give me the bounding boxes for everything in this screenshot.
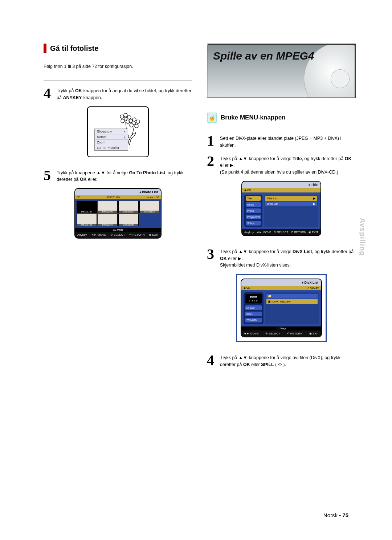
left-column: Gå til fotoliste Følg trinn 1 til 3 på s…	[44, 44, 192, 373]
step-number: 4	[44, 86, 53, 101]
sidebar-item-setup[interactable]: Setup	[246, 221, 261, 226]
step-number: 5	[44, 168, 53, 183]
hint-exit: ◉ EXIT	[149, 233, 159, 236]
step-text: Trykk på knappene ▲▼ for å velge Go To P…	[57, 168, 192, 183]
photo-list-osd: Photo List CD DSC01189 Index: 1/10 DSC01…	[74, 188, 162, 239]
sidebar-item-music[interactable]: Music	[246, 202, 261, 207]
info-mpeg4: MPEG4	[245, 305, 262, 310]
osd-source: CD	[77, 196, 80, 199]
step-number: 3	[207, 247, 216, 261]
context-menu: Slideshow Rotate Zoom Go To Photolist	[94, 129, 128, 151]
menu-item-zoom[interactable]: Zoom	[95, 140, 128, 145]
photo-thumb[interactable]: DSC01195	[118, 214, 139, 226]
hint-move: ◄► MOVE	[244, 332, 259, 335]
photo-thumb-empty	[139, 214, 160, 226]
page-indicator: 1/2 Page	[75, 228, 161, 232]
title-osd: Title ◉ CD TitleMusicPhotoProgrammeSetup…	[241, 181, 321, 236]
hint-select: ⊙ SELECT	[274, 231, 288, 234]
sub-heading: Bruke MENU-knappen	[221, 114, 286, 121]
svg-point-8	[136, 120, 140, 123]
osd-title: Title	[242, 182, 320, 188]
hint-return: ↶ RETURN	[287, 332, 303, 335]
section-heading: Gå til fotoliste	[50, 44, 98, 53]
section-bar	[44, 44, 46, 53]
osd-title: Photo List	[75, 189, 161, 195]
menu-row-divx-list[interactable]: DivX List▶	[265, 202, 317, 206]
step-number: 4	[207, 353, 216, 368]
hint-move: ◄► MOVE	[256, 231, 271, 234]
feature-title: Spille av en MPEG4	[213, 50, 314, 62]
step-text: Trykk på OK-knappen for å angi at du vil…	[57, 86, 192, 101]
menu-item-goto-photolist[interactable]: Go To Photolist	[95, 145, 128, 150]
step-text: Trykk på ▲▼-knappene for å velge DivX Li…	[220, 247, 356, 269]
info-time: 01:01	[245, 312, 262, 316]
step-number: 2	[207, 154, 216, 169]
right-column: Spille av en MPEG4 ☝ Bruke MENU-knappen …	[207, 44, 356, 373]
svg-point-1	[124, 113, 127, 117]
hint-exit: ◉ EXIT	[309, 231, 318, 234]
photo-thumb[interactable]: DSC01192	[139, 201, 160, 213]
page-footer: Norsk - 75	[323, 512, 348, 518]
hint-select: ⊙ SELECT	[265, 332, 280, 335]
hand-icon: ☝	[207, 113, 217, 123]
menu-row-title-list[interactable]: Title List▶	[265, 196, 317, 201]
step-number: 1	[207, 134, 216, 148]
page-indicator: 1/1 Page	[241, 326, 321, 330]
step-text: Trykk på ▲▼-knappene for å velge avi-fil…	[220, 353, 356, 368]
svg-point-9	[135, 124, 138, 128]
photo-thumb[interactable]: DSC01190	[98, 201, 118, 213]
svg-point-5	[120, 115, 124, 118]
photo-thumb[interactable]: DSC01191	[118, 201, 139, 213]
hint-return: ↶ RETURN	[291, 231, 306, 234]
side-tab: Avspilling	[358, 218, 367, 256]
svg-point-0	[124, 117, 127, 120]
svg-point-6	[133, 122, 136, 125]
sidebar-item-photo[interactable]: Photo	[246, 208, 261, 213]
osd-title: DivX List	[241, 279, 321, 286]
photo-thumb[interactable]: DSC01194	[98, 214, 118, 226]
file-item[interactable]: ▣ [DivX] ABC.avi	[266, 299, 318, 304]
menu-item-rotate[interactable]: Rotate	[95, 134, 128, 140]
divx-logo: DIVXVIDEO	[245, 294, 262, 304]
folder-up[interactable]: 📁 ..	[266, 294, 318, 299]
svg-point-2	[127, 115, 131, 119]
sidebar-item-title[interactable]: Title	[246, 196, 261, 201]
hint-exit: ◉ EXIT	[309, 332, 319, 335]
hint-anykey: Anykey	[244, 231, 254, 234]
rule	[44, 80, 192, 81]
hint-move: ◄► MOVE	[91, 233, 106, 236]
preview-image-box: Slideshow Rotate Zoom Go To Photolist	[87, 106, 149, 157]
svg-point-10	[130, 123, 133, 127]
divx-list-frame: DivX List ◉ CD △ ABC.avi DIVXVIDEO MPEG4…	[236, 274, 327, 342]
feature-banner: Spille av en MPEG4	[207, 44, 356, 98]
photo-thumb[interactable]: DSC01193	[77, 214, 97, 226]
hint-select: ⊙ SELECT	[110, 233, 125, 236]
osd-current: DSC01189	[107, 196, 120, 199]
info-size: 703.4MB	[245, 318, 262, 322]
svg-point-7	[132, 118, 136, 121]
hint-anykey: Anykey	[77, 233, 87, 236]
hint-return: ↶ RETURN	[129, 233, 145, 236]
divx-list-osd: DivX List ◉ CD △ ABC.avi DIVXVIDEO MPEG4…	[241, 279, 322, 337]
sidebar-item-programme[interactable]: Programme	[246, 215, 261, 219]
step-text: Trykk på ▲▼-knappene for å velge Title, …	[220, 154, 356, 176]
photo-thumb[interactable]: DSC01189	[77, 201, 97, 213]
intro-text: Følg trinn 1 til 3 på side 72 for konfig…	[44, 64, 192, 69]
svg-point-4	[121, 119, 124, 123]
osd-index: Index: 1/10	[147, 196, 159, 199]
menu-item-slideshow[interactable]: Slideshow	[95, 129, 128, 134]
step-text: Sett en DivX-plate eller blandet plate (…	[220, 134, 356, 149]
